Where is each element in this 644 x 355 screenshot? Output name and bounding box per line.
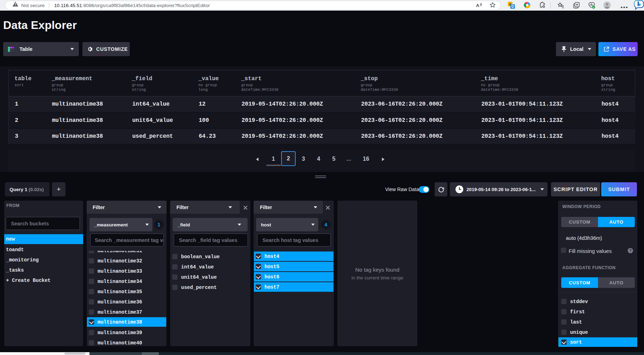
svg-text:A: A — [476, 3, 480, 8]
